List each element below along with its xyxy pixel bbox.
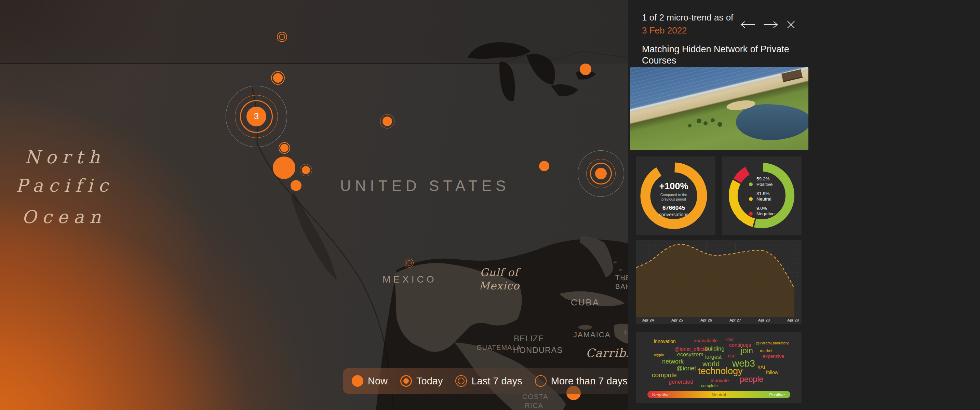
map-label-carribbean: Carribbean <box>586 346 628 361</box>
sentiment-legend: 59.2%Positive31.9%Neutral9.0%Negative <box>749 176 775 220</box>
ocean-label-line: Ocean <box>22 207 106 227</box>
map-label-gulf-of-mexico: Gulf of Mexico <box>478 266 520 292</box>
map-label-honduras: HONDURAS <box>513 345 563 355</box>
sentiment-dot <box>749 183 752 186</box>
marker-dot <box>595 168 607 180</box>
marker-dot <box>580 64 591 75</box>
legend-item-older: More than 7 days ago <box>535 375 628 387</box>
sentiment-scale-bar: Negative Neutral Positive <box>648 391 790 398</box>
legend-older-icon <box>535 375 547 387</box>
wordcloud-word: compute <box>652 372 677 378</box>
photo-tree <box>718 122 722 127</box>
map-label-cuba: CUBA <box>571 297 600 308</box>
marker-dot <box>382 116 392 126</box>
ocean-label-line: North <box>25 147 105 167</box>
sentiment-pct: 9.0% <box>756 206 775 211</box>
close-panel-button[interactable] <box>786 20 796 29</box>
photo-tree <box>711 118 715 122</box>
marker-ring <box>406 261 412 266</box>
ocean-label-line: Pacific <box>16 175 113 196</box>
marker-dot <box>302 166 310 174</box>
sentiment-card: 59.2%Positive31.9%Neutral9.0%Negative <box>722 156 802 235</box>
wordcloud-word: unavailable <box>694 338 718 343</box>
photo-tree <box>703 121 708 126</box>
wordcloud-word: #AI <box>757 365 765 370</box>
legend-item-now: Now <box>352 375 388 387</box>
legend-label: Now <box>368 375 388 387</box>
growth-card: +100% Compared to the previous period 67… <box>636 156 716 235</box>
legend-label: Today <box>416 375 443 387</box>
map-label-costa-rica: COSTA RICA <box>522 392 546 410</box>
map-label-haiti: HAITI <box>624 328 628 337</box>
wordcloud-word: @ionet_official <box>675 346 708 351</box>
sentiment-dot <box>749 197 752 201</box>
trend-chart-card: Apr 24Apr 25Apr 26Apr 27Apr 28Apr 29 <box>636 240 802 324</box>
x-axis-tick: Apr 29 <box>787 318 799 322</box>
close-icon <box>786 20 796 29</box>
marker-dot <box>539 161 549 171</box>
wordcloud-card: innovationunavailable@ionet_officialbuil… <box>636 332 802 403</box>
legend-today-icon <box>400 375 412 387</box>
trend-title: Matching Hidden Network of Private Cours… <box>642 44 797 66</box>
wordcloud-word: follow <box>766 370 778 375</box>
sentiment-label: Negative <box>756 211 775 217</box>
map-label-jamaica: JAMAICA <box>573 330 611 340</box>
legend-label: Last 7 days <box>471 375 522 387</box>
x-axis-tick: Apr 27 <box>729 318 741 322</box>
growth-caption-line1: Compared to the <box>636 193 711 197</box>
sentiment-row-positive: 59.2%Positive <box>749 176 775 187</box>
map[interactable]: NorthPacificOcean UNITED STATESMEXICOGul… <box>0 0 628 410</box>
map-label-belize: BELIZE <box>514 334 544 344</box>
growth-value: +100% <box>636 181 711 192</box>
app-window: NorthPacificOcean UNITED STATESMEXICOGul… <box>0 0 980 410</box>
legend-now-icon <box>352 375 364 387</box>
wordcloud-word: building <box>705 346 725 351</box>
wordcloud-word: generated <box>668 379 693 385</box>
sentiment-label: Neutral <box>756 197 775 202</box>
trend-counter: 1 of 2 micro-trend as of <box>642 12 733 23</box>
conversation-count: 6766045 <box>636 205 711 211</box>
wordcloud-word: join <box>741 347 753 354</box>
legend-item-today: Today <box>400 375 443 387</box>
wordcloud-word: web3 <box>732 359 755 368</box>
wordcloud-word: people <box>740 375 763 383</box>
map-time-legend: NowTodayLast 7 daysMore than 7 days ago <box>343 368 628 394</box>
wordcloud-word: network <box>662 358 684 365</box>
sentiment-pct: 31.9% <box>756 191 775 197</box>
wordcloud-word: innovate <box>711 378 729 383</box>
next-trend-button[interactable] <box>763 21 779 29</box>
wordcloud-word: ecosystem <box>677 352 703 358</box>
x-axis-tick: Apr 24 <box>642 318 654 322</box>
growth-center-text: +100% Compared to the previous period 67… <box>636 181 711 217</box>
marker-count: 3 <box>254 111 259 122</box>
marker-dot <box>273 156 295 179</box>
photo-tree <box>697 119 702 123</box>
trend-date: 3 Feb 2022 <box>642 25 687 36</box>
legend-last7-icon <box>455 375 467 387</box>
sentiment-label: Positive <box>756 182 775 187</box>
wordcloud-word: @ionet <box>676 365 696 371</box>
growth-caption-line2: previous period <box>636 197 711 202</box>
wordcloud-word: @ParamLaboratory <box>756 341 789 345</box>
sentiment-dot <box>749 212 752 216</box>
scale-neutral-label: Neutral <box>648 392 790 397</box>
arrow-left-icon <box>740 21 756 29</box>
wordcloud-word: shit <box>726 337 733 342</box>
sentiment-row-neutral: 31.9%Neutral <box>749 191 775 202</box>
prev-trend-button[interactable] <box>740 21 756 29</box>
scale-positive-label: Positive <box>769 392 785 397</box>
x-axis-tick: Apr 28 <box>758 318 770 322</box>
marker-dot <box>291 180 301 191</box>
x-axis-tick: Apr 25 <box>671 318 683 322</box>
wordcloud-word: complete <box>701 384 718 388</box>
trend-area-chart: Apr 24Apr 25Apr 26Apr 27Apr 28Apr 29 <box>636 240 802 324</box>
wordcloud-word: market <box>760 349 773 353</box>
photo-tree <box>688 124 692 127</box>
wordcloud-word: largest <box>705 354 722 360</box>
wordcloud-word: expensive <box>763 354 784 359</box>
conversation-count-label: conversations <box>636 212 711 217</box>
wordcloud-word: crypto <box>654 353 664 357</box>
legend-label: More than 7 days ago <box>551 375 628 387</box>
map-label-the-bahamas: THE BAHAMAS <box>615 274 628 291</box>
trend-detail-panel: 1 of 2 micro-trend as of 3 Feb 2022 Matc… <box>628 0 980 410</box>
